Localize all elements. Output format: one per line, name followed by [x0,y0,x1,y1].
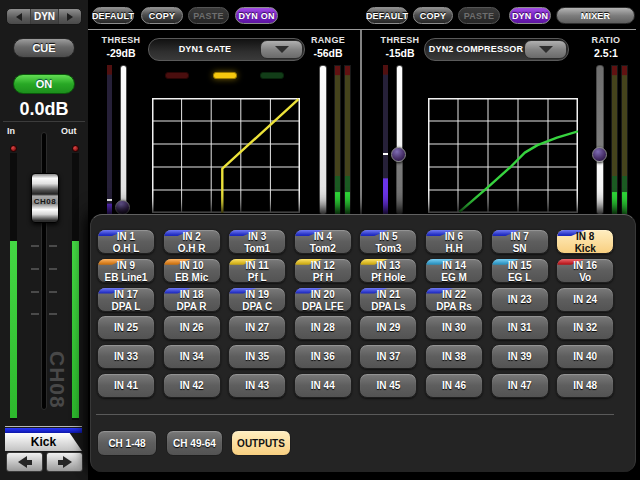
channel-button-in-29[interactable]: IN 29 [359,315,417,340]
channel-button-in-26[interactable]: IN 26 [163,315,221,340]
channel-button-in-14[interactable]: IN 14EG M [425,258,483,283]
prev-channel-button[interactable] [6,452,43,472]
arrow-right-icon [58,456,72,468]
channel-id: IN 31 [492,316,548,339]
dyn1-default-button[interactable]: DEFAULT [92,7,134,24]
dyn2-thresh-knob[interactable] [391,147,406,162]
channel-button-in-47[interactable]: IN 47 [491,373,549,398]
dyn1-paste-button[interactable]: PASTE [188,7,229,24]
channel-button-in-7[interactable]: IN 7SN [491,229,549,254]
channel-name[interactable]: Kick [5,433,82,451]
dyn1-thresh-label: THRESH [95,35,147,45]
dyn1-dropdown-arrow-button[interactable] [260,40,303,59]
dyn2-ratio-slider[interactable] [596,65,604,215]
channel-button-in-25[interactable]: IN 25 [97,315,155,340]
channel-button-in-13[interactable]: IN 13Pf Hole [359,258,417,283]
dyn1-type-dropdown[interactable]: DYN1 GATE [148,38,305,61]
channel-button-in-6[interactable]: IN 6H.H [425,229,483,254]
next-channel-button[interactable] [46,452,83,472]
cue-button[interactable]: CUE [13,38,75,58]
mixer-button[interactable]: MIXER [556,7,635,24]
overlay-tab-outputs[interactable]: OUTPUTS [231,430,291,456]
dyn2-default-button[interactable]: DEFAULT [366,7,408,24]
channel-button-in-43[interactable]: IN 43 [228,373,286,398]
channel-button-in-1[interactable]: IN 1O.H L [97,229,155,254]
channel-button-in-5[interactable]: IN 5Tom3 [359,229,417,254]
channel-button-in-46[interactable]: IN 46 [425,373,483,398]
dyn1-on-button[interactable]: DYN ON [235,7,278,24]
channel-button-in-34[interactable]: IN 34 [163,344,221,369]
fader-handle[interactable]: CH08 [31,173,59,223]
dyn2-copy-button[interactable]: COPY [413,7,453,24]
channel-button-in-24[interactable]: IN 24 [556,287,614,312]
channel-button-in-35[interactable]: IN 35 [228,344,286,369]
dyn2-thresh-slider[interactable] [396,65,403,215]
overlay-tab-ch-49-64[interactable]: CH 49-64 [166,430,223,456]
dyn2-ratio-knob[interactable] [592,147,607,162]
channel-button-in-21[interactable]: IN 21DPA Ls [359,287,417,312]
channel-button-in-37[interactable]: IN 37 [359,344,417,369]
channel-button-in-3[interactable]: IN 3Tom1 [228,229,286,254]
channel-button-in-41[interactable]: IN 41 [97,373,155,398]
dyn1-key-meter [107,65,112,215]
dyn2-paste-button[interactable]: PASTE [458,7,500,24]
channel-button-in-48[interactable]: IN 48 [556,373,614,398]
channel-on-button[interactable]: ON [13,74,75,94]
dyn2-type-dropdown[interactable]: DYN2 COMPRESSOR [424,38,569,61]
channel-button-in-31[interactable]: IN 31 [491,315,549,340]
channel-button-in-39[interactable]: IN 39 [491,344,549,369]
channel-label: SN [492,243,548,254]
overlay-tab-ch-1-48[interactable]: CH 1-48 [97,430,157,456]
channel-id: IN 13 [360,260,416,272]
channel-button-in-17[interactable]: IN 17DPA L [97,287,155,312]
channel-button-in-42[interactable]: IN 42 [163,373,221,398]
dyn2-dropdown-arrow-button[interactable] [524,40,567,59]
channel-button-in-33[interactable]: IN 33 [97,344,155,369]
channel-id: IN 37 [360,345,416,368]
channel-id: IN 28 [295,316,351,339]
channel-button-in-16[interactable]: IN 16Vo [556,258,614,283]
dyn1-range-slider[interactable] [319,65,327,215]
channel-button-in-40[interactable]: IN 40 [556,344,614,369]
channel-id: IN 29 [360,316,416,339]
channel-button-in-12[interactable]: IN 12Pf H [294,258,352,283]
channel-id: IN 33 [98,345,154,368]
dyn2-on-button[interactable]: DYN ON [509,7,551,24]
prev-page-button[interactable] [7,9,30,24]
channel-id: IN 11 [229,260,285,272]
channel-strip-sidebar: DYN CUE ON 0.0dB In Out CH08 CH08 Kick [0,0,88,480]
channel-id: IN 45 [360,374,416,397]
dyn1-thresh-slider[interactable] [120,65,127,215]
channel-id: IN 25 [98,316,154,339]
channel-button-in-15[interactable]: IN 15EG L [491,258,549,283]
channel-id: IN 32 [557,316,613,339]
channel-button-in-28[interactable]: IN 28 [294,315,352,340]
meter-in-label: In [7,126,15,136]
dyn1-copy-button[interactable]: COPY [141,7,183,24]
channel-button-in-20[interactable]: IN 20DPA LFE [294,287,352,312]
next-page-button[interactable] [58,9,81,24]
out-peak-led [72,145,79,152]
channel-button-in-19[interactable]: IN 19DPA C [228,287,286,312]
channel-button-in-23[interactable]: IN 23 [491,287,549,312]
channel-id: IN 43 [229,374,285,397]
channel-button-in-11[interactable]: IN 11Pf L [228,258,286,283]
channel-button-in-45[interactable]: IN 45 [359,373,417,398]
channel-button-in-36[interactable]: IN 36 [294,344,352,369]
channel-button-in-27[interactable]: IN 27 [228,315,286,340]
channel-button-in-9[interactable]: IN 9EB Line1 [97,258,155,283]
channel-button-in-2[interactable]: IN 2O.H R [163,229,221,254]
channel-button-in-22[interactable]: IN 22DPA Rs [425,287,483,312]
channel-button-in-38[interactable]: IN 38 [425,344,483,369]
channel-button-in-30[interactable]: IN 30 [425,315,483,340]
channel-button-in-8[interactable]: IN 8Kick [556,229,614,254]
channel-button-in-10[interactable]: IN 10EB Mic [163,258,221,283]
channel-button-in-18[interactable]: IN 18DPA R [163,287,221,312]
channel-id: IN 1 [98,231,154,243]
dyn1-thresh-knob[interactable] [115,200,130,215]
dyn1-range-label: RANGE [302,35,354,45]
channel-button-in-4[interactable]: IN 4Tom2 [294,229,352,254]
channel-button-in-32[interactable]: IN 32 [556,315,614,340]
channel-label: DPA Ls [360,301,416,312]
channel-button-in-44[interactable]: IN 44 [294,373,352,398]
